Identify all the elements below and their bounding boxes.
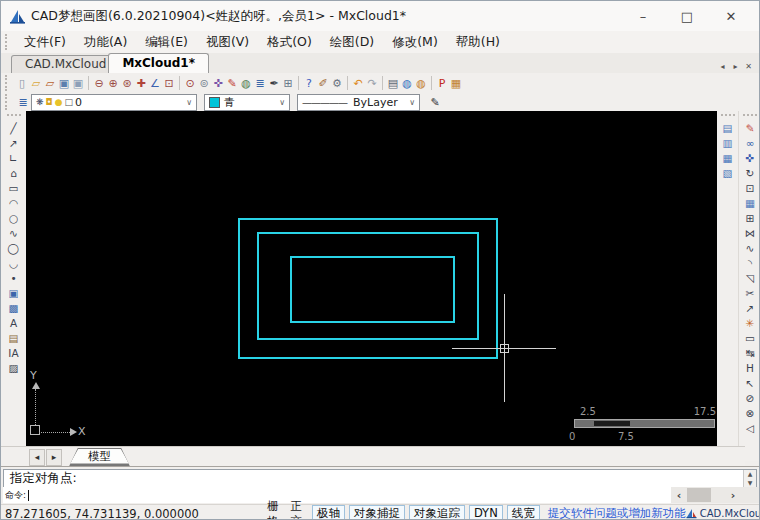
block-insert-icon[interactable]: ▩: [3, 300, 25, 315]
tab-cad-mxcloud[interactable]: CAD.MxCloud: [11, 55, 120, 73]
toggle-osnap[interactable]: 对象捕捉: [349, 505, 405, 520]
lengthen-tool-icon[interactable]: H: [739, 360, 760, 375]
layer-color-icon[interactable]: □: [65, 98, 74, 107]
divide-tool-icon[interactable]: ⊗: [739, 405, 760, 420]
regen-icon[interactable]: ⊚: [197, 75, 211, 92]
toggle-ortho[interactable]: 正交: [284, 499, 308, 520]
pan-realtime-icon[interactable]: ✜: [211, 75, 225, 92]
arc-tool-icon[interactable]: ◠: [3, 195, 25, 210]
attribute-tool-icon[interactable]: IA: [3, 345, 25, 360]
tab-scroll-left-icon[interactable]: ◂: [716, 59, 729, 73]
draw-order-front-icon[interactable]: ▤: [717, 120, 739, 135]
save-icon[interactable]: ▣: [57, 75, 71, 92]
zoom-out-icon[interactable]: ⊖: [92, 75, 106, 92]
named-view-icon[interactable]: ⊞: [281, 75, 295, 92]
nav-right-icon[interactable]: ›: [725, 489, 741, 502]
menu-function[interactable]: 功能(A): [75, 32, 136, 53]
print-icon[interactable]: ▤: [386, 75, 400, 92]
hatch-tool-icon[interactable]: ▨: [3, 360, 25, 375]
region-tool-icon[interactable]: ▭: [739, 330, 760, 345]
line-tool-icon[interactable]: ╱: [3, 120, 25, 135]
chevron-down-icon[interactable]: ∨: [277, 98, 287, 107]
block-create-icon[interactable]: ▣: [3, 285, 25, 300]
mtext-tool-icon[interactable]: ▤: [3, 330, 25, 345]
tab-scroll-right-icon[interactable]: ▸: [729, 59, 742, 73]
image-export-icon[interactable]: ▦: [449, 75, 463, 92]
offset-tool-icon[interactable]: ∿: [739, 240, 760, 255]
scroll-up-icon[interactable]: ▲: [748, 470, 753, 478]
zoom-previous-icon[interactable]: ∠: [148, 75, 162, 92]
spline-tool-icon[interactable]: ∿: [3, 225, 25, 240]
new-file-icon[interactable]: ▯: [15, 75, 29, 92]
chevron-down-icon[interactable]: ∨: [407, 98, 417, 107]
layers-manager-icon[interactable]: ≣: [15, 94, 31, 110]
trim-tool-icon[interactable]: ✂: [739, 285, 760, 300]
toggle-grid[interactable]: 栅格: [261, 499, 285, 520]
format-brush-icon[interactable]: ✐: [316, 75, 330, 92]
menu-file[interactable]: 文件(F): [15, 32, 75, 53]
menu-view[interactable]: 视图(V): [197, 32, 258, 53]
zoom-extents-icon[interactable]: ⊛: [120, 75, 134, 92]
toggle-otrack[interactable]: 对象追踪: [409, 505, 465, 520]
draw-order-back-icon[interactable]: ▥: [717, 135, 739, 150]
redo-icon[interactable]: ↷: [365, 75, 379, 92]
text-tool-icon[interactable]: A: [3, 315, 25, 330]
zoom-window-icon[interactable]: ⊡: [162, 75, 176, 92]
close-button[interactable]: ✕: [709, 3, 753, 29]
ellipse-tool-icon[interactable]: ◯: [3, 240, 25, 255]
menu-draw[interactable]: 绘图(D): [321, 32, 383, 53]
stretch-tool-icon[interactable]: ↹: [739, 345, 760, 360]
zoom-dynamic-icon[interactable]: ⊙: [183, 75, 197, 92]
measure-tool-icon[interactable]: ◁: [739, 420, 760, 435]
layer-select[interactable]: ❋◘●□ 0 ∨: [31, 94, 197, 111]
ray-tool-icon[interactable]: ↗: [3, 135, 25, 150]
command-input[interactable]: 命令:: [3, 487, 757, 503]
menu-edit[interactable]: 编辑(E): [136, 32, 197, 53]
layer-lock-icon[interactable]: ◘: [46, 98, 53, 107]
mirror-tool-icon[interactable]: ⋈: [739, 225, 760, 240]
linetype-select[interactable]: ————— ByLayer ∨: [297, 94, 420, 111]
extend-tool-icon[interactable]: ↗: [739, 300, 760, 315]
ellipse-arc-tool-icon[interactable]: ◡: [3, 255, 25, 270]
toggle-lineweight[interactable]: 线宽: [507, 505, 540, 520]
break-tool-icon[interactable]: ⊘: [739, 390, 760, 405]
open-file-icon[interactable]: ▱: [29, 75, 43, 92]
toggle-dyn[interactable]: DYN: [469, 505, 503, 520]
drawing-canvas[interactable]: Y X 2.5 17.5 0 7.5: [26, 111, 717, 446]
polyline-tool-icon[interactable]: ∟: [3, 150, 25, 165]
array-tool-icon[interactable]: ⊞: [739, 210, 760, 225]
layer-list-icon[interactable]: ≣: [253, 75, 267, 92]
layer-on-icon[interactable]: ●: [55, 98, 63, 107]
options-icon[interactable]: ⚙: [330, 75, 344, 92]
zoom-in-icon[interactable]: ⊕: [106, 75, 120, 92]
cloud-globe-icon[interactable]: ◍: [414, 75, 428, 92]
save-as-icon[interactable]: ▣: [71, 75, 85, 92]
rotate-tool-icon[interactable]: ↻: [739, 165, 760, 180]
point-tool-icon[interactable]: •: [3, 270, 25, 285]
copy-tool-icon[interactable]: ∞: [739, 135, 760, 150]
explode-tool-icon[interactable]: ✳: [739, 315, 760, 330]
fillet-tool-icon[interactable]: ◝: [739, 255, 760, 270]
command-history[interactable]: 指定对角点: ▲ ▼: [3, 469, 757, 488]
property-brush-icon[interactable]: ✒: [267, 75, 281, 92]
draw-order-below-icon[interactable]: ▧: [717, 165, 739, 180]
menu-format[interactable]: 格式(O): [258, 32, 321, 53]
scale-tool-icon[interactable]: ⊡: [739, 180, 760, 195]
maximize-button[interactable]: □: [665, 3, 709, 29]
pdf-export-icon[interactable]: P: [435, 75, 449, 92]
menu-modify[interactable]: 修改(M): [383, 32, 447, 53]
toggle-polar[interactable]: 极轴: [312, 505, 345, 520]
drawn-rectangle[interactable]: [290, 256, 455, 323]
nav-scroll-thumb[interactable]: [687, 488, 711, 502]
move-tool-icon[interactable]: ✜: [739, 150, 760, 165]
feedback-link[interactable]: 提交软件问题或增加新功能: [548, 506, 686, 520]
tab-close-icon[interactable]: ✕: [742, 59, 755, 73]
find-icon[interactable]: ?: [302, 75, 316, 92]
command-history-scrollbar[interactable]: ▲ ▼: [743, 470, 756, 487]
polygon-tool-icon[interactable]: ⌂: [3, 165, 25, 180]
layout-scroll-right[interactable]: ▸: [46, 449, 62, 466]
layout-scroll-left[interactable]: ◂: [29, 449, 45, 466]
color-select[interactable]: 青 ∨: [204, 94, 290, 111]
erase-tool-icon[interactable]: ✎: [739, 120, 760, 135]
pan-icon[interactable]: ✚: [134, 75, 148, 92]
